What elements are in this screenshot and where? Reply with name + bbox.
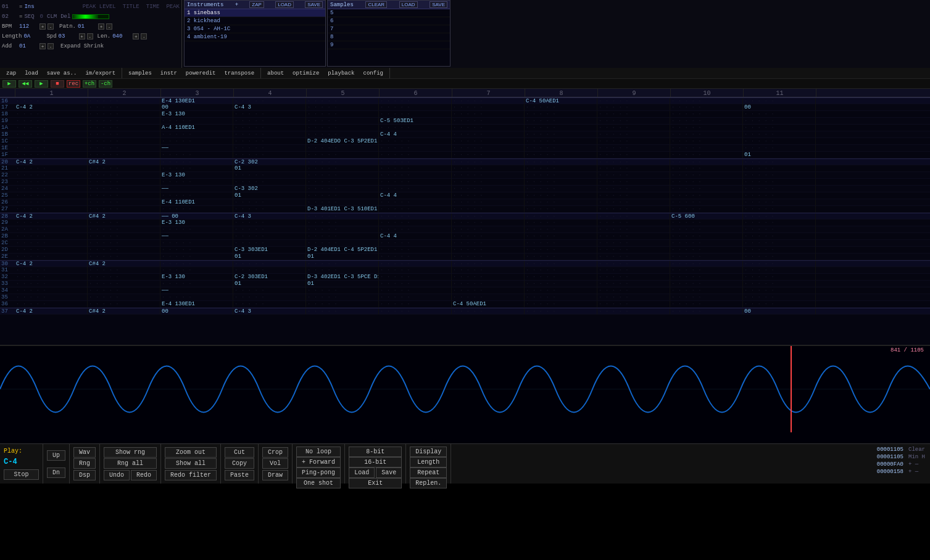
minus-ch-btn[interactable]: -ch xyxy=(99,80,112,88)
table-row[interactable]: 28C-4 2C#4 2—— 00C-4 3· · · · ·· · · · ·… xyxy=(0,213,930,220)
cut-btn[interactable]: Cut xyxy=(225,447,254,458)
table-row[interactable]: 33· · · · ·· · · · ·· · · · · 01 01· · ·… xyxy=(0,281,930,287)
table-row[interactable]: 16· · · · ·· · · · ·E-4 130ED1· · · · ··… xyxy=(0,97,930,104)
instrument-item-2[interactable]: 3 054 - AH-1C xyxy=(185,25,325,33)
table-row[interactable]: 30C-4 2C#4 2· · · · ·· · · · ·· · · · ··… xyxy=(0,260,930,267)
display-btn[interactable]: Display xyxy=(410,447,447,457)
wav-btn[interactable]: Wav xyxy=(73,447,96,458)
tch-btn[interactable]: +ch xyxy=(83,80,96,88)
table-row[interactable]: 1B· · · · ·· · · · ·· · · · ·· · · · ·· … xyxy=(0,131,930,138)
table-row[interactable]: 35· · · · ·· · · · ·· · · · ·· · · · ·· … xyxy=(0,294,930,301)
redo-filter-btn[interactable]: Redo filter xyxy=(165,470,217,480)
sample-item-2[interactable]: 7 xyxy=(328,25,450,33)
zoom-out-btn[interactable]: Zoom out xyxy=(165,447,217,458)
menu-about[interactable]: about xyxy=(266,70,285,77)
rec-btn[interactable]: rec xyxy=(67,80,80,88)
table-row[interactable]: 29· · · · ·· · · · ·E-3 130· · · · ·· · … xyxy=(0,220,930,226)
pattern-scroll[interactable]: 16· · · · ·· · · · ·E-4 130ED1· · · · ··… xyxy=(0,97,930,345)
table-row[interactable]: 24· · · · ·· · · · ·——C-3 302· · · · ·· … xyxy=(0,186,930,192)
add-up-btn[interactable]: + xyxy=(39,43,46,49)
redo-btn[interactable]: Redo xyxy=(131,470,157,480)
menu-samples[interactable]: samples xyxy=(127,70,153,77)
patn-dn-btn[interactable]: - xyxy=(106,23,112,30)
no-loop-btn[interactable]: No loop xyxy=(296,447,341,457)
vol-btn[interactable]: Vol xyxy=(262,458,288,469)
instruments-add-btn[interactable]: + xyxy=(235,2,238,8)
play-btn[interactable]: ▶ xyxy=(2,80,16,88)
table-row[interactable]: 22· · · · ·· · · · ·E-3 130· · · · ·· · … xyxy=(0,172,930,179)
stop-btn[interactable]: ■ xyxy=(51,80,64,88)
table-row[interactable]: 25· · · · ·· · · · ·· · · · · 01· · · · … xyxy=(0,192,930,199)
instruments-load-btn[interactable]: LOAD xyxy=(275,1,294,8)
table-row[interactable]: 20C-4 2C#4 2· · · · ·C-2 302· · · · ·· ·… xyxy=(0,159,930,165)
instruments-save-btn[interactable]: SAVE xyxy=(305,1,323,8)
table-row[interactable]: 23· · · · ·· · · · ·· · · · ·· · · · ·· … xyxy=(0,179,930,186)
table-row[interactable]: 2D· · · · ·· · · · ·· · · · ·C-3 303ED1D… xyxy=(0,247,930,253)
sample-item-3[interactable]: 8 xyxy=(328,33,450,41)
samples-load-btn[interactable]: LOAD xyxy=(399,1,418,8)
table-row[interactable]: 27· · · · ·· · · · ·· · · · ·· · · · ·D-… xyxy=(0,206,930,213)
menu-zap[interactable]: zap xyxy=(5,70,17,77)
stop-btn-bottom[interactable]: Stop xyxy=(4,469,39,480)
table-row[interactable]: 19· · · · ·· · · · ·· · · · ·· · · · ·· … xyxy=(0,118,930,125)
up-btn[interactable]: Up xyxy=(47,450,65,461)
dn-btn[interactable]: Dn xyxy=(47,467,65,478)
menu-optimize[interactable]: optimize xyxy=(291,70,320,77)
table-row[interactable]: 2A· · · · ·· · · · ·· · · · ·· · · · ·· … xyxy=(0,226,930,233)
table-row[interactable]: 2C· · · · ·· · · · ·· · · · ·· · · · ·· … xyxy=(0,240,930,247)
len-up-btn[interactable]: + xyxy=(133,33,139,39)
length-btn[interactable]: Length xyxy=(410,457,447,467)
table-row[interactable]: 2B· · · · ·· · · · ·——· · · · ·· · · · ·… xyxy=(0,233,930,240)
replen-btn[interactable]: Replen. xyxy=(410,478,447,488)
table-row[interactable]: 17C-4 2· · · · · 00C-4 3· · · · ·· · · ·… xyxy=(0,104,930,111)
paste-btn[interactable]: Paste xyxy=(225,470,254,480)
exit-btn[interactable]: Exit xyxy=(349,478,402,488)
menu-load[interactable]: load xyxy=(23,70,39,77)
rng-btn[interactable]: Rng xyxy=(73,458,96,469)
back-btn[interactable]: ◀◀ xyxy=(19,80,32,88)
load-btn-bottom[interactable]: Load xyxy=(349,467,375,478)
menu-poweredit[interactable]: poweredit xyxy=(185,70,217,77)
ping-pong-btn[interactable]: Ping-pong xyxy=(296,467,341,478)
patn-up-btn[interactable]: + xyxy=(98,23,104,30)
repeat-btn[interactable]: Repeat xyxy=(410,467,447,478)
draw-btn[interactable]: Draw xyxy=(262,470,288,480)
instrument-item-1[interactable]: 2 kickhead xyxy=(185,17,325,25)
menu-config[interactable]: config xyxy=(362,70,384,77)
samples-save-btn[interactable]: SAVE xyxy=(430,1,447,8)
add-dn-btn[interactable]: - xyxy=(48,43,54,49)
waveform-canvas[interactable]: 841 / 1105 xyxy=(0,346,930,432)
play2-btn[interactable]: ▶ xyxy=(35,80,48,88)
menu-save-as[interactable]: save as.. xyxy=(46,70,78,77)
save-btn-bottom[interactable]: Save xyxy=(376,467,402,478)
table-row[interactable]: 1F· · · · ·· · · · ·· · · · ·· · · · ·· … xyxy=(0,152,930,159)
spd-up-btn[interactable]: + xyxy=(79,33,85,39)
crop-btn[interactable]: Crop xyxy=(262,447,288,458)
sample-item-0[interactable]: 5 xyxy=(328,9,450,17)
bpm-dn-btn[interactable]: - xyxy=(48,23,54,30)
table-row[interactable]: 34· · · · ·· · · · ·——· · · · ·· · · · ·… xyxy=(0,287,930,294)
table-row[interactable]: 31· · · · ·· · · · ·· · · · ·· · · · ·· … xyxy=(0,267,930,274)
undo-btn[interactable]: Undo xyxy=(104,470,130,480)
forward-btn[interactable]: + Forward xyxy=(296,457,341,467)
sample-item-1[interactable]: 6 xyxy=(328,17,450,25)
table-row[interactable]: 1C· · · · ·· · · · ·· · · · ·· · · · ·D-… xyxy=(0,138,930,145)
rng-all-btn[interactable]: Rng all xyxy=(104,458,157,469)
menu-im-export[interactable]: im/export xyxy=(84,70,117,77)
instrument-item-0[interactable]: 1 sinebass xyxy=(185,9,325,17)
table-row[interactable]: 26· · · · ·· · · · ·E-4 110ED1· · · · ··… xyxy=(0,199,930,206)
show-rng-btn[interactable]: Show rng xyxy=(104,447,157,458)
menu-playback[interactable]: playback xyxy=(326,70,355,77)
dsp-btn[interactable]: Dsp xyxy=(73,470,96,480)
table-row[interactable]: 21· · · · ·· · · · ·· · · · · 01· · · · … xyxy=(0,165,930,172)
show-all-btn[interactable]: Show all xyxy=(165,458,217,469)
len-dn-btn[interactable]: - xyxy=(141,33,147,39)
menu-instr[interactable]: instr xyxy=(159,70,178,77)
one-shot-btn[interactable]: One shot xyxy=(296,478,341,488)
table-row[interactable]: 1E· · · · ·· · · · ·——· · · · ·· · · · ·… xyxy=(0,145,930,152)
table-row[interactable]: 37C-4 2C#4 2 00C-4 3· · · · ·· · · · ·· … xyxy=(0,308,930,315)
samples-clear-btn[interactable]: CLEAR xyxy=(365,1,387,8)
table-row[interactable]: 1A· · · · ·· · · · ·A-4 110ED1· · · · ··… xyxy=(0,125,930,131)
copy-btn[interactable]: Copy xyxy=(225,458,254,469)
instruments-zap-btn[interactable]: ZAP xyxy=(249,1,264,8)
